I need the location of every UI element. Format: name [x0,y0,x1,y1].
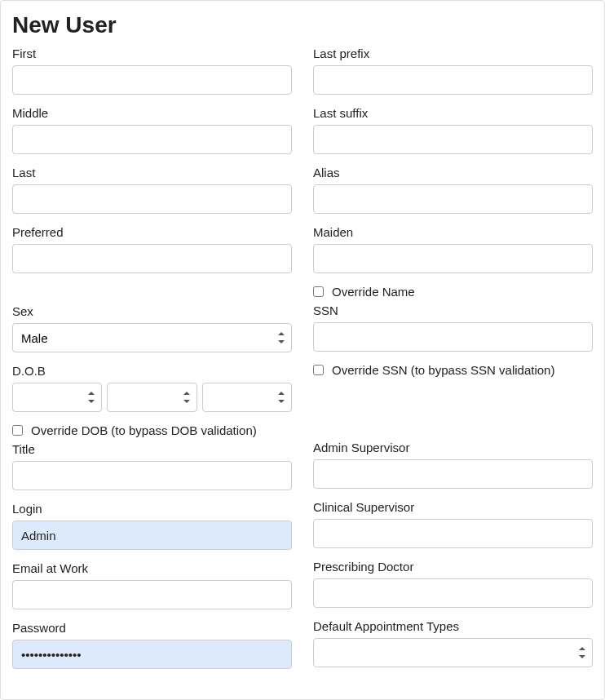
clinical-supervisor-input[interactable] [313,519,593,548]
password-input[interactable] [12,640,292,669]
last-input[interactable] [12,184,292,214]
prescribing-doctor-label: Prescribing Doctor [313,560,593,574]
maiden-input[interactable] [313,244,593,273]
preferred-input[interactable] [12,244,292,273]
middle-input[interactable] [12,125,292,154]
override-name-checkbox[interactable] [313,286,324,297]
last-suffix-input[interactable] [313,125,593,154]
default-appointment-types-label: Default Appointment Types [313,619,593,633]
login-input[interactable] [12,521,292,550]
sex-label: Sex [12,304,292,318]
ssn-input[interactable] [313,322,593,352]
override-name-label: Override Name [332,285,415,299]
page-title: New User [12,12,593,38]
admin-supervisor-label: Admin Supervisor [313,441,593,454]
override-dob-label: Override DOB (to bypass DOB validation) [31,423,257,437]
override-dob-checkbox[interactable] [12,425,23,436]
clinical-supervisor-label: Clinical Supervisor [313,500,593,514]
override-ssn-checkbox[interactable] [313,365,324,375]
dob-label: D.O.B [12,364,292,378]
email-work-input[interactable] [12,580,292,609]
login-label: Login [12,502,292,516]
last-label: Last [12,166,292,179]
maiden-label: Maiden [313,225,593,239]
title-input[interactable] [12,461,292,490]
first-input[interactable] [12,65,292,95]
override-ssn-label: Override SSN (to bypass SSN validation) [332,363,554,377]
preferred-label: Preferred [12,225,292,239]
default-appointment-types-select[interactable] [313,638,593,667]
admin-supervisor-input[interactable] [313,459,593,489]
email-work-label: Email at Work [12,561,292,575]
last-prefix-input[interactable] [313,65,593,95]
title-label: Title [12,442,292,456]
right-column: Last prefix Last suffix Alias Maiden Ove… [313,47,593,680]
first-label: First [12,47,292,60]
form-grid: First Middle Last Preferred Sex [12,47,593,680]
last-prefix-label: Last prefix [313,47,593,60]
ssn-label: SSN [313,303,593,317]
password-label: Password [12,621,292,635]
new-user-panel: New User First Middle Last Preferred [0,0,605,700]
last-suffix-label: Last suffix [313,106,593,120]
alias-label: Alias [313,166,593,179]
left-column: First Middle Last Preferred Sex [12,47,292,680]
prescribing-doctor-input[interactable] [313,578,593,608]
dob-day-select[interactable] [107,383,197,412]
middle-label: Middle [12,106,292,120]
alias-input[interactable] [313,184,593,214]
dob-month-select[interactable] [12,383,102,412]
dob-year-select[interactable] [202,383,292,412]
sex-select[interactable]: Male [12,323,292,352]
